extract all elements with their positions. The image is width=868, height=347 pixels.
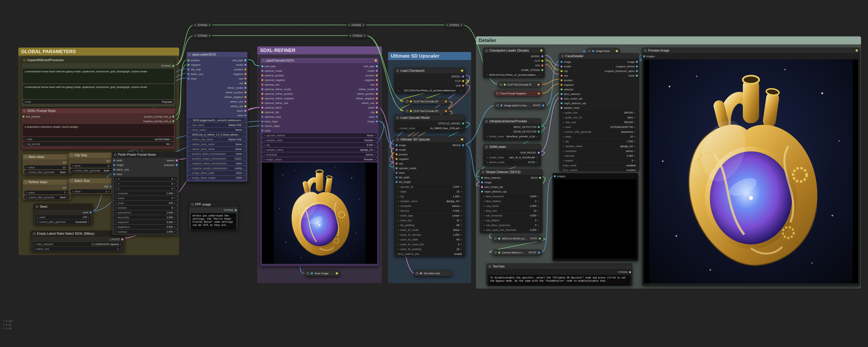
left-arrow-icon[interactable]: ◂ xyxy=(72,190,73,193)
batch_size-widget[interactable]: ◂batch_size1▸ xyxy=(33,247,123,251)
output-slot[interactable] xyxy=(539,237,541,240)
output-slot[interactable]: cropped_refined xyxy=(616,65,638,68)
node-mask-preview[interactable]: images xyxy=(552,173,638,261)
exponent-widget[interactable]: ◂exponent4.000▸ xyxy=(114,220,177,224)
denoise-widget[interactable]: ◂denoise0.350▸ xyxy=(561,154,637,158)
output-slot[interactable]: INT xyxy=(104,185,112,188)
left-arrow-icon[interactable]: ◂ xyxy=(563,149,564,152)
right-arrow-icon[interactable]: ▸ xyxy=(461,89,462,92)
left-arrow-icon[interactable]: ◂ xyxy=(483,224,484,227)
input-slot[interactable]: optional_refiner_negative xyxy=(261,97,294,100)
left-arrow-icon[interactable]: ◂ xyxy=(115,230,117,233)
steps-widget[interactable]: ◂steps20▸ xyxy=(561,135,637,139)
seam_fix_denoise-widget[interactable]: ◂seam_fix_denoise1.000▸ xyxy=(396,233,464,237)
optional_clip-input-dot[interactable] xyxy=(261,111,264,113)
sdxl_pipe-output-dot[interactable] xyxy=(244,59,246,61)
collapse-icon[interactable] xyxy=(397,138,399,141)
left-arrow-icon[interactable]: ◂ xyxy=(25,143,26,145)
input-slot[interactable] xyxy=(504,84,506,86)
node-load-checkpoint[interactable]: Load CheckpointMODELCLIPVAE◂SD1.5\ForYou… xyxy=(394,68,465,93)
value-widget[interactable]: ◂SD1.5\ForYou-Photo_v2_pruned.safetensor… xyxy=(396,88,464,92)
model-output-dot[interactable] xyxy=(244,64,246,66)
left-arrow-icon[interactable]: ◂ xyxy=(115,182,117,185)
right-arrow-icon[interactable]: ▸ xyxy=(174,216,176,219)
seed-input-dot[interactable] xyxy=(187,78,189,80)
node-checkpoint-loader-simple[interactable]: Checkpoint Loader (Simple)MODELCLIPVAENA… xyxy=(483,48,545,78)
output-slot[interactable]: seed xyxy=(238,114,246,117)
collapse-icon[interactable] xyxy=(644,49,647,52)
left-arrow-icon[interactable]: ◂ xyxy=(398,229,399,231)
positive_prompt_text_g-output-dot[interactable] xyxy=(172,116,174,118)
left-arrow-icon[interactable]: ◂ xyxy=(487,135,488,138)
node-header[interactable]: UltralyticsDetectorProvider xyxy=(483,118,541,124)
image_output-widget[interactable]: ◂image_outputPreview▸ xyxy=(262,157,377,161)
output-slot[interactable]: latent xyxy=(368,106,378,109)
left-arrow-icon[interactable]: ◂ xyxy=(189,138,191,141)
output-slot[interactable]: negative_prompt_text_g xyxy=(143,120,174,123)
left-arrow-icon[interactable]: ◂ xyxy=(115,192,117,195)
scale-widget[interactable]: ◂scale100▸ xyxy=(114,201,177,205)
input-slot[interactable] xyxy=(498,252,500,254)
left-arrow-icon[interactable]: ◂ xyxy=(487,156,488,159)
collapse-icon[interactable] xyxy=(262,59,265,62)
value-widget[interactable]: ◂value7▸ xyxy=(24,191,70,195)
value-widget[interactable]: ◂value1▸ xyxy=(70,189,111,193)
refiner_negative-output-dot[interactable] xyxy=(244,96,246,98)
octaves-widget[interactable]: ◂octaves8▸ xyxy=(114,206,177,210)
node-simple-detector-segs[interactable]: Simple Detector (SEGS)bbox_detectorSEGSi… xyxy=(480,169,542,233)
left-arrow-icon[interactable]: ◂ xyxy=(189,167,191,170)
sdxl_pipe-input-dot[interactable] xyxy=(261,65,264,67)
left-arrow-icon[interactable]: ◂ xyxy=(189,143,191,146)
sampler_state-widget[interactable]: ◂sampler_stateSample▸ xyxy=(262,138,377,142)
node-header[interactable]: Seed xyxy=(34,204,93,209)
right-arrow-icon[interactable]: ▸ xyxy=(461,238,462,241)
left-arrow-icon[interactable]: ◂ xyxy=(189,157,191,160)
left-arrow-icon[interactable]: ◂ xyxy=(115,216,117,219)
SAM_MODEL-output-dot[interactable] xyxy=(538,151,540,154)
value-widget[interactable]: ◂SDXL\juggernautXL_version2.safetensors▸ xyxy=(188,118,246,122)
right-arrow-icon[interactable]: ▸ xyxy=(538,229,539,231)
node-text-box[interactable]: Text boxSTRINGTo disable/enable the upsc… xyxy=(487,263,632,286)
left-arrow-icon[interactable]: ◂ xyxy=(189,123,191,126)
left-arrow-icon[interactable]: ◂ xyxy=(398,190,399,193)
left-arrow-icon[interactable]: ◂ xyxy=(115,221,117,224)
right-arrow-icon[interactable]: ▸ xyxy=(461,219,462,222)
right-arrow-icon[interactable]: ▸ xyxy=(374,148,376,151)
node-impact-wildcard-processor[interactable]: ImpactWildcardProcessorSTRINGa mechanica… xyxy=(21,57,176,107)
right-arrow-icon[interactable]: ▸ xyxy=(67,196,68,199)
collapse-icon[interactable] xyxy=(23,110,26,112)
left-arrow-icon[interactable]: ◂ xyxy=(398,185,399,188)
right-arrow-icon[interactable]: ▸ xyxy=(461,248,462,251)
output-slot[interactable]: sdxl_pipe xyxy=(364,65,378,68)
output-slot[interactable]: refiner_positive xyxy=(357,92,378,95)
node-ultimate-sd-upscale[interactable]: Ultimate SD UpscaleimageIMAGEmodelpositi… xyxy=(394,137,465,256)
control_after_generate-widget[interactable]: ◂control_after_generateincrement▸ xyxy=(35,220,91,224)
negative-input-dot[interactable] xyxy=(396,158,398,160)
input-slot[interactable]: negative xyxy=(187,63,200,66)
scheduler-widget[interactable]: ◂schedulerkarras▸ xyxy=(262,152,377,156)
right-arrow-icon[interactable]: ▸ xyxy=(374,144,376,146)
node-pipeloader-sdxl[interactable]: pipeLoaderSDXLpositivesdxl_pipenegativem… xyxy=(186,52,248,182)
force_inpaint-widget[interactable]: force_inpaintenabled xyxy=(561,168,637,171)
left-arrow-icon[interactable]: ◂ xyxy=(189,152,191,155)
output-slot[interactable] xyxy=(364,35,365,36)
output-slot[interactable]: positive xyxy=(234,68,246,71)
left-arrow-icon[interactable]: ◂ xyxy=(398,89,399,92)
X-widget[interactable]: ◂X0▸ xyxy=(114,177,177,181)
output-slot[interactable]: negative xyxy=(365,79,378,82)
brightness-widget[interactable]: ◂brightness0.000▸ xyxy=(114,225,177,229)
node-header[interactable]: Perlin Power Fractal Noise xyxy=(112,152,179,157)
INT-output-dot[interactable] xyxy=(110,185,112,188)
contrast-widget[interactable]: ◂contrast2.000▸ xyxy=(114,230,177,234)
left-arrow-icon[interactable]: ◂ xyxy=(398,219,399,222)
seed-input-dot[interactable] xyxy=(396,172,398,174)
left-arrow-icon[interactable]: ◂ xyxy=(563,159,564,162)
right-arrow-icon[interactable]: ▸ xyxy=(461,204,462,207)
input-slot[interactable]: positive xyxy=(396,153,408,156)
refiner_model-output-dot[interactable] xyxy=(376,88,378,90)
SEGS-output-dot[interactable] xyxy=(539,177,541,179)
right-arrow-icon[interactable]: ▸ xyxy=(120,243,121,245)
collapse-icon[interactable] xyxy=(482,171,484,173)
input-slot[interactable]: optional_positive xyxy=(261,74,284,77)
right-arrow-icon[interactable]: ▸ xyxy=(461,190,462,193)
